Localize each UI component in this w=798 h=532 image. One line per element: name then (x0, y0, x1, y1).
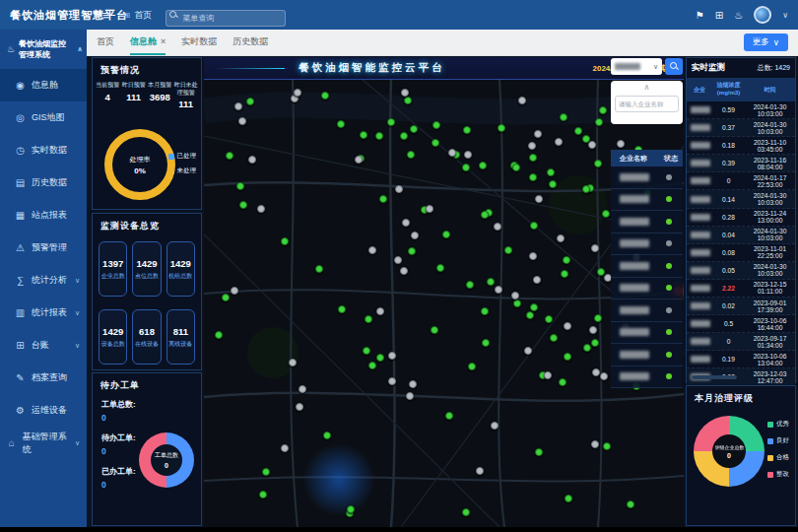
green-map-pin[interactable] (400, 132, 408, 140)
gray-map-pin[interactable] (368, 246, 376, 254)
gray-map-pin[interactable] (376, 307, 384, 315)
realtime-row[interactable]: 0.52023-10-06 16:44:00 (687, 315, 795, 333)
green-map-pin[interactable] (431, 326, 438, 334)
company-search-button[interactable] (665, 58, 683, 75)
gray-map-pin[interactable] (529, 252, 537, 260)
gray-map-pin[interactable] (494, 223, 501, 231)
chevron-down-icon[interactable]: ∨ (782, 11, 788, 20)
company-row[interactable] (611, 255, 683, 278)
gray-map-pin[interactable] (591, 440, 599, 448)
company-row[interactable] (611, 211, 683, 233)
realtime-row[interactable]: 02024-01-17 22:53:00 (687, 172, 795, 190)
sidebar-header[interactable]: ♨ 餐饮油烟监控管理系统 ∧ (0, 30, 87, 69)
collapse-arrow-icon[interactable]: ∧ (615, 83, 679, 93)
company-name-input[interactable] (615, 96, 679, 112)
gray-map-pin[interactable] (533, 276, 541, 284)
realtime-row[interactable]: 0.142024-01-30 10:03:00 (687, 190, 795, 208)
green-map-pin[interactable] (482, 339, 490, 347)
green-map-pin[interactable] (526, 311, 534, 319)
realtime-row[interactable]: 2.222023-12-15 01:11:00 (687, 280, 795, 298)
tab-历史数据[interactable]: 历史数据 (233, 30, 268, 55)
notification-icon[interactable]: ⚑ (696, 10, 704, 21)
sidebar-item-gis-map[interactable]: ◎GIS地图 (0, 101, 87, 134)
sidebar-item-ledger[interactable]: ⊞台账∨ (0, 329, 87, 362)
gray-map-pin[interactable] (464, 151, 472, 159)
sidebar-item-realtime-data[interactable]: ◷实时数据 (0, 134, 87, 166)
green-map-pin[interactable] (574, 127, 582, 135)
green-map-pin[interactable] (262, 468, 270, 476)
green-map-pin[interactable] (560, 113, 567, 121)
green-map-pin[interactable] (407, 151, 415, 159)
company-row[interactable] (611, 299, 683, 322)
gray-map-pin[interactable] (557, 234, 565, 242)
sidebar-item-info-cabin[interactable]: ◉信息舱 (0, 69, 87, 101)
green-map-pin[interactable] (530, 303, 538, 311)
green-map-pin[interactable] (504, 246, 512, 254)
company-row[interactable] (611, 166, 683, 189)
green-map-pin[interactable] (239, 201, 247, 209)
gray-map-pin[interactable] (296, 403, 303, 411)
tab-信息舱[interactable]: 信息舱× (130, 30, 166, 55)
sidebar-item-warning-manage[interactable]: ⚠预警管理 (0, 232, 87, 264)
green-map-pin[interactable] (404, 97, 412, 104)
company-row[interactable] (611, 189, 683, 212)
realtime-row[interactable]: 02023-09-17 01:34:00 (687, 333, 795, 351)
green-map-pin[interactable] (387, 118, 395, 126)
theme-icon[interactable]: ♨ (734, 10, 743, 21)
sidebar-item-stat-report[interactable]: ▥统计报表∨ (0, 297, 87, 329)
realtime-row[interactable]: 0.042024-01-30 10:03:00 (687, 227, 795, 244)
realtime-row[interactable]: 0.052024-01-30 10:03:00 (687, 262, 795, 280)
green-map-pin[interactable] (594, 314, 602, 322)
gray-map-pin[interactable] (281, 444, 289, 452)
green-map-pin[interactable] (436, 264, 444, 272)
green-map-pin[interactable] (530, 222, 538, 230)
more-button[interactable]: 更多 ∨ (744, 33, 788, 51)
green-map-pin[interactable] (375, 132, 383, 140)
gray-map-pin[interactable] (544, 371, 552, 379)
realtime-row[interactable]: 0.022023-09-01 17:39:00 (687, 298, 795, 315)
realtime-row[interactable]: 0.372024-01-30 10:03:00 (687, 119, 795, 137)
search-input[interactable] (166, 10, 286, 27)
realtime-row[interactable]: 0.282023-11-24 13:00:00 (687, 209, 795, 227)
green-map-pin[interactable] (347, 505, 355, 513)
apps-icon[interactable]: ⊞ (715, 10, 723, 21)
sidebar-item-stat-analysis[interactable]: ∑统计分析∨ (0, 264, 87, 297)
sidebar-item-archive-query[interactable]: ✎档案查询 (0, 362, 87, 394)
green-map-pin[interactable] (561, 270, 568, 278)
gray-map-pin[interactable] (234, 102, 242, 110)
company-select[interactable]: ∨ (611, 58, 662, 75)
green-map-pin[interactable] (529, 154, 537, 162)
sidebar-item-history-data[interactable]: ▤历史数据 (0, 166, 87, 199)
green-map-pin[interactable] (597, 268, 605, 276)
gray-map-pin[interactable] (289, 359, 297, 366)
company-row[interactable] (611, 278, 683, 300)
gray-map-pin[interactable] (555, 138, 563, 146)
green-map-pin[interactable] (547, 168, 555, 176)
gray-map-pin[interactable] (411, 232, 419, 239)
green-map-pin[interactable] (513, 299, 521, 307)
realtime-row[interactable]: 0.392023-11-16 08:04:00 (687, 155, 795, 172)
sidebar-item-base-system[interactable]: ⌂基础管理系统∨ (0, 427, 87, 459)
green-map-pin[interactable] (376, 354, 384, 362)
green-map-pin[interactable] (259, 491, 267, 499)
sidebar-item-station-report[interactable]: ▦站点报表 (0, 199, 87, 232)
company-row[interactable] (611, 366, 683, 389)
green-map-pin[interactable] (599, 106, 607, 114)
topbar-nav-tab[interactable]: ⊞ 首页 (124, 9, 153, 22)
scrollbar[interactable] (692, 375, 737, 379)
hamburger-icon[interactable]: ≡ (102, 8, 110, 23)
company-row[interactable] (611, 322, 683, 345)
green-map-pin[interactable] (529, 173, 537, 181)
realtime-row[interactable]: 0.192023-10-06 13:04:00 (687, 351, 795, 368)
tab-首页[interactable]: 首页 (97, 30, 114, 55)
gray-map-pin[interactable] (355, 156, 363, 164)
sidebar-item-ops-device[interactable]: ⚙运维设备 (0, 394, 87, 427)
tab-实时数据[interactable]: 实时数据 (181, 30, 217, 55)
realtime-row[interactable]: 0.182023-11-10 03:45:00 (687, 137, 795, 155)
avatar[interactable] (754, 6, 771, 24)
green-map-pin[interactable] (627, 500, 634, 508)
green-map-pin[interactable] (545, 315, 553, 323)
green-map-pin[interactable] (594, 160, 602, 167)
green-map-pin[interactable] (368, 362, 376, 369)
realtime-row[interactable]: 0.082023-11-01 22:25:00 (687, 244, 795, 262)
